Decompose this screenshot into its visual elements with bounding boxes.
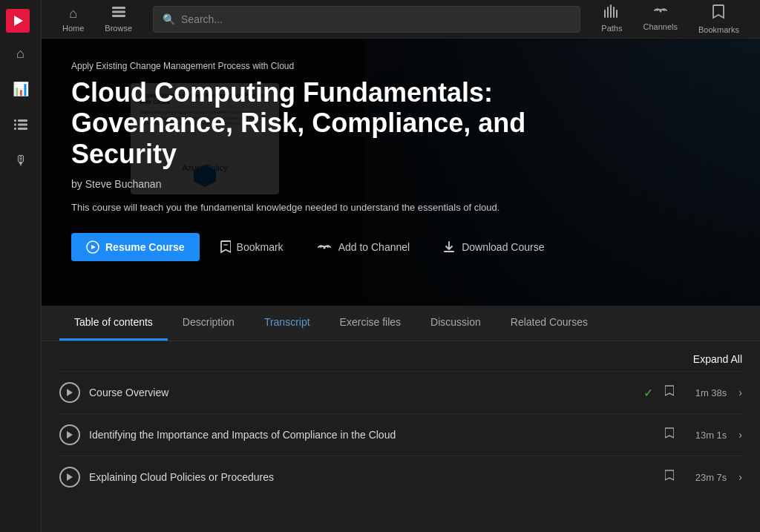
resume-course-button[interactable]: Resume Course [71, 233, 200, 261]
nav-paths-label: Paths [601, 24, 622, 33]
left-sidebar: ⌂ 📊 🎙 [0, 0, 42, 532]
tabs-nav: Table of contents Description Transcript… [42, 306, 760, 341]
row-actions: 13m 1s › [665, 427, 742, 442]
nav-paths[interactable]: Paths [592, 1, 631, 37]
bookmark-button[interactable]: Bookmark [209, 233, 295, 261]
svg-point-18 [323, 246, 325, 249]
nav-channels[interactable]: Channels [634, 1, 686, 37]
sidebar-list-icon[interactable] [6, 110, 36, 139]
browse-icon [112, 6, 125, 22]
hero-buttons: Resume Course Bookmark [71, 233, 730, 261]
svg-rect-12 [604, 10, 606, 18]
nav-bookmarks[interactable]: Bookmarks [689, 1, 748, 37]
svg-rect-5 [18, 128, 27, 130]
tabs-section: Table of contents Description Transcript… [42, 306, 760, 341]
channels-icon [652, 4, 669, 20]
hero-subtitle: Apply Existing Change Management Process… [71, 61, 730, 71]
svg-rect-13 [616, 10, 618, 18]
row-expand-icon[interactable]: › [738, 387, 742, 398]
tab-discussion[interactable]: Discussion [416, 306, 496, 341]
row-title: Course Overview [89, 387, 635, 398]
resume-course-label: Resume Course [105, 241, 185, 253]
expand-all-label: Expand All [693, 353, 742, 365]
bookmark-label: Bookmark [237, 241, 284, 253]
play-triangle-icon [67, 431, 73, 439]
row-title: Explaining Cloud Policies or Procedures [89, 471, 656, 483]
nav-home[interactable]: ⌂ Home [53, 3, 93, 36]
row-actions: ✓ 1m 38s › [643, 385, 742, 400]
row-actions: 23m 7s › [665, 470, 742, 485]
nav-browse[interactable]: Browse [96, 3, 141, 36]
row-bookmark-icon[interactable] [665, 427, 674, 442]
nav-browse-label: Browse [105, 24, 132, 33]
nav-home-label: Home [62, 24, 84, 33]
hero-section: Apply Existing Change Management Process… [42, 39, 760, 306]
table-row: Explaining Cloud Policies or Procedures … [59, 456, 742, 498]
hero-description: This course will teach you the fundament… [71, 200, 502, 215]
svg-rect-11 [613, 7, 615, 18]
svg-rect-7 [112, 10, 125, 13]
search-icon: 🔍 [163, 13, 175, 25]
channels-btn-icon [316, 241, 332, 253]
nav-right: Paths Channels [592, 1, 748, 37]
svg-point-14 [659, 10, 661, 12]
sidebar-chart-icon[interactable]: 📊 [6, 74, 36, 104]
search-bar[interactable]: 🔍 [153, 6, 580, 33]
main-content: ⌂ Home Browse 🔍 [42, 0, 760, 532]
svg-rect-6 [112, 7, 125, 9]
play-triangle-icon [67, 389, 73, 396]
home-icon: ⌂ [69, 6, 77, 22]
search-input[interactable] [181, 13, 571, 25]
svg-rect-3 [18, 124, 27, 126]
svg-rect-9 [610, 4, 612, 18]
svg-marker-16 [91, 245, 96, 249]
bookmark-icon [220, 240, 231, 254]
hero-author: by Steve Buchanan [71, 178, 730, 190]
svg-rect-10 [607, 7, 609, 18]
nav-bookmarks-label: Bookmarks [698, 25, 739, 34]
table-row: Identifying the Importance and Impacts o… [59, 413, 742, 456]
completed-check-icon: ✓ [643, 386, 653, 400]
download-icon [442, 240, 456, 254]
toc-content: Expand All Course Overview ✓ 1m 38s › [42, 341, 760, 532]
svg-rect-0 [14, 119, 16, 122]
row-bookmark-icon[interactable] [665, 385, 674, 400]
hero-content: Apply Existing Change Management Process… [42, 39, 760, 306]
download-course-button[interactable]: Download Course [430, 233, 556, 261]
play-circle-icon[interactable] [59, 382, 80, 403]
nav-channels-label: Channels [643, 22, 677, 31]
paths-icon [604, 4, 619, 22]
svg-rect-8 [112, 15, 125, 17]
top-nav: ⌂ Home Browse 🔍 [42, 0, 760, 39]
svg-rect-1 [18, 119, 27, 122]
tab-description[interactable]: Description [168, 306, 249, 341]
svg-rect-2 [14, 124, 16, 126]
add-to-channel-label: Add to Channel [338, 241, 410, 253]
row-expand-icon[interactable]: › [738, 471, 742, 483]
tab-table-of-contents[interactable]: Table of contents [59, 306, 168, 341]
svg-marker-20 [67, 389, 73, 396]
svg-rect-4 [14, 128, 16, 130]
tab-transcript[interactable]: Transcript [249, 306, 325, 341]
hero-description-text: This course will teach you the fundament… [71, 202, 499, 213]
play-circle-icon[interactable] [59, 467, 80, 487]
expand-all-row: Expand All [59, 341, 742, 371]
table-row: Course Overview ✓ 1m 38s › [59, 371, 742, 413]
logo[interactable] [6, 9, 30, 33]
play-icon [86, 240, 99, 254]
row-bookmark-icon[interactable] [665, 470, 674, 485]
expand-all-button[interactable]: Expand All [693, 353, 742, 365]
svg-marker-21 [67, 431, 73, 439]
sidebar-home-icon[interactable]: ⌂ [6, 39, 36, 68]
play-circle-icon[interactable] [59, 424, 80, 445]
sidebar-mic-icon[interactable]: 🎙 [6, 145, 36, 175]
tab-related-courses[interactable]: Related Courses [496, 306, 603, 341]
row-duration: 13m 1s [686, 430, 727, 441]
row-expand-icon[interactable]: › [738, 429, 742, 441]
tab-exercise-files[interactable]: Exercise files [325, 306, 416, 341]
add-to-channel-button[interactable]: Add to Channel [304, 234, 422, 260]
svg-rect-19 [444, 251, 454, 252]
bookmarks-icon [712, 4, 724, 23]
row-title: Identifying the Importance and Impacts o… [89, 429, 656, 441]
logo-triangle [14, 16, 23, 26]
